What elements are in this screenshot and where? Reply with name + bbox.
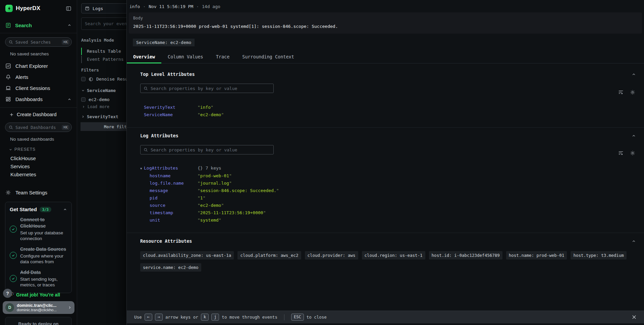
no-saved-dashboards-text: No saved dashboards	[10, 137, 77, 142]
resource-chip[interactable]: cloud.region: us-east-1	[362, 251, 425, 260]
sidebar-item-chart-explorer[interactable]: Chart Explorer	[0, 60, 77, 72]
get-started-item[interactable]: Add Data Start sending logs, metrics, or…	[10, 269, 67, 288]
sidebar-item-client-sessions[interactable]: Client Sessions	[0, 83, 77, 94]
attribute-row[interactable]: message session-846.scope: Succeeded.	[140, 187, 637, 194]
plus-icon	[9, 112, 14, 117]
service-name-tag[interactable]: ServiceName: ec2-demo	[133, 39, 195, 46]
section-toolbar	[618, 150, 635, 156]
saved-searches-shortcut: ⌘K	[62, 40, 69, 45]
chevron-up-icon[interactable]	[632, 239, 637, 243]
gear-icon[interactable]	[630, 90, 635, 95]
sidebar-search-label: Search	[15, 22, 63, 28]
event-timestamp: Nov 11 5:56:19 PM	[149, 4, 193, 9]
resource-chip[interactable]: host.type: t3.medium	[571, 251, 627, 260]
attribute-row[interactable]: timestamp 2025-11-11T23:56:19+0000	[140, 209, 637, 217]
mode-results-table[interactable]: Results Table	[81, 47, 121, 55]
nav-label: Chart Explorer	[15, 63, 48, 69]
resource-chip[interactable]: host.name: prod-web-01	[506, 251, 567, 260]
chevron-up-icon[interactable]	[67, 97, 71, 101]
mode-event-patterns[interactable]: Event Patterns	[81, 55, 124, 63]
create-dashboard-label: Create Dashboard	[17, 112, 57, 117]
property-search-wrap	[140, 145, 274, 154]
search-icon	[144, 148, 148, 152]
chevron-up-icon[interactable]	[632, 72, 637, 77]
chevron-right-icon	[68, 306, 72, 310]
attribute-key: pid	[150, 194, 198, 202]
resource-chip[interactable]: host.id: i-0abc123def456789	[429, 251, 502, 260]
hyperdx-logo-icon	[5, 5, 13, 12]
preset-clickhouse[interactable]: ClickHouse	[0, 154, 77, 162]
tab-trace[interactable]: Trace	[210, 51, 236, 63]
sidebar-item-search[interactable]: Search	[0, 20, 77, 30]
filter-group-servicename[interactable]: ServiceName	[81, 88, 116, 93]
sidebar-item-team-settings[interactable]: Team Settings	[0, 187, 77, 198]
help-button[interactable]: ?	[3, 289, 12, 298]
attribute-row[interactable]: hostname prod-web-01	[140, 172, 637, 180]
laptop-icon	[5, 85, 11, 91]
attribute-row[interactable]: log.file.name journal.log	[140, 180, 637, 187]
resource-chip[interactable]: cloud.platform: aws_ec2	[237, 251, 301, 260]
nav-label: Dashboards	[15, 96, 63, 102]
sidebar-item-dashboards[interactable]: Dashboards	[0, 94, 77, 105]
denoise-checkbox[interactable]	[81, 77, 86, 81]
filter-group-severitytext[interactable]: SeverityText	[81, 114, 118, 119]
tab-overview[interactable]: Overview	[127, 51, 161, 63]
attribute-row[interactable]: unit systemd	[140, 217, 637, 224]
close-icon[interactable]	[632, 315, 637, 320]
saved-searches-input[interactable]	[15, 40, 59, 45]
chevron-up-icon[interactable]	[63, 207, 67, 212]
create-dashboard-button[interactable]: Create Dashboard	[0, 108, 77, 121]
line-wrap-icon[interactable]	[618, 150, 624, 156]
line-wrap-icon[interactable]	[618, 90, 624, 95]
get-started-item-desc: Configure where your data comes from	[20, 253, 67, 265]
gear-icon	[5, 190, 11, 195]
saved-dashboards-input[interactable]	[15, 125, 59, 130]
filter-group-label: SeverityText	[87, 114, 118, 119]
attribute-row[interactable]: pid 1	[140, 194, 637, 202]
resource-chip[interactable]: cloud.provider: aws	[305, 251, 358, 260]
get-started-item[interactable]: Create Data Sources Configure where your…	[10, 246, 67, 265]
attribute-tree-root[interactable]: ▼ LogAttributes {} 7 keys	[140, 165, 637, 172]
analysis-mode-label: Analysis Mode	[81, 38, 114, 43]
nav-label: Alerts	[15, 74, 28, 80]
gear-icon[interactable]	[630, 150, 635, 156]
filter-value-row[interactable]: ec2-demo	[81, 97, 110, 102]
resource-chip[interactable]: cloud.availability_zone: us-east-1a	[140, 251, 234, 260]
attribute-value: 1	[198, 194, 637, 202]
property-search-input[interactable]	[151, 147, 270, 152]
user-name: dominic.tran@clic...	[17, 303, 65, 308]
sidebar-nav: Chart Explorer Alerts Client Sessions Da…	[0, 60, 77, 105]
preset-services[interactable]: Services	[0, 162, 77, 171]
celebration-message: Great job! You're all	[9, 292, 69, 298]
load-more-button[interactable]: Load more	[82, 104, 109, 109]
preset-kubernetes[interactable]: Kubernetes	[0, 171, 77, 179]
user-menu[interactable]: D dominic.tran@clic... dominic.tran@clic…	[3, 301, 74, 314]
attribute-key: log.file.name	[150, 180, 198, 187]
resource-chip[interactable]: service.name: ec2-demo	[140, 263, 201, 272]
event-detail-drawer: info · Nov 11 5:56:19 PM · 14d ago Body …	[126, 0, 644, 325]
brand-title: HyperDX	[16, 5, 63, 12]
get-started-item[interactable]: Connect to ClickHouse Set up your databa…	[10, 217, 67, 242]
tab-surrounding-context[interactable]: Surrounding Context	[236, 51, 300, 63]
relative-time: 14d ago	[202, 4, 220, 9]
section-toolbar	[618, 90, 635, 95]
resource-chips: cloud.availability_zone: us-east-1a clou…	[140, 251, 633, 272]
collapse-sidebar-icon[interactable]	[66, 6, 71, 11]
chevron-up-icon[interactable]	[67, 23, 71, 27]
check-circle-icon	[10, 226, 17, 233]
tab-column-values[interactable]: Column Values	[161, 51, 210, 63]
attribute-row[interactable]: source ec2-demo	[140, 202, 637, 209]
chevron-up-icon[interactable]	[632, 134, 637, 138]
attribute-row[interactable]: SeverityText info	[140, 104, 637, 111]
deploy-teaser-card[interactable]: Ready to deploy on	[5, 317, 72, 325]
get-started-item-title: Connect to ClickHouse	[20, 217, 46, 229]
attribute-row[interactable]: ServiceName ec2-demo	[140, 111, 637, 119]
avatar: D	[5, 303, 14, 312]
tree-collapse-icon[interactable]: ▼	[140, 165, 144, 172]
presets-header[interactable]: PRESETS	[9, 147, 77, 152]
attribute-value: prod-web-01	[198, 172, 637, 180]
property-search-input[interactable]	[151, 86, 270, 91]
detail-tabs: Overview Column Values Trace Surrounding…	[127, 51, 644, 63]
ec2-demo-checkbox[interactable]	[81, 97, 86, 102]
sidebar-item-alerts[interactable]: Alerts	[0, 72, 77, 83]
